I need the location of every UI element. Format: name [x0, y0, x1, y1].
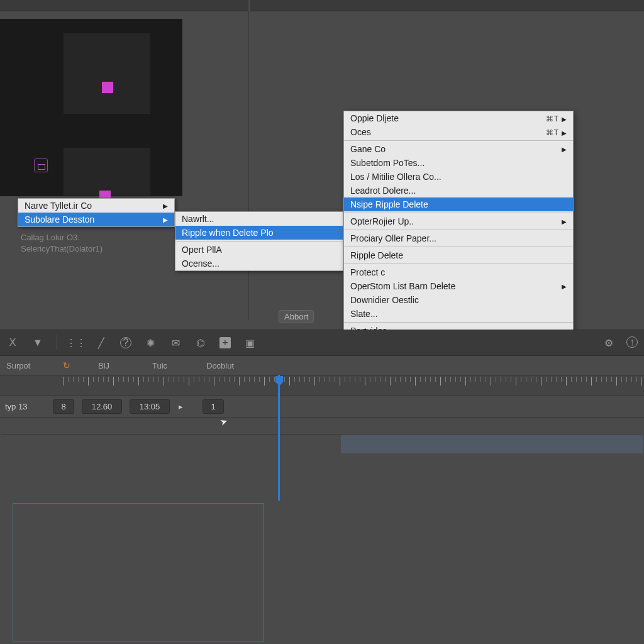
- row-value[interactable]: 8: [53, 399, 74, 414]
- clip-region[interactable]: [341, 435, 643, 453]
- tool-icon[interactable]: [34, 158, 48, 172]
- help-icon[interactable]: ?: [120, 337, 131, 348]
- playhead[interactable]: [278, 375, 280, 501]
- selection-marker: [99, 191, 111, 198]
- slash-icon[interactable]: ╱: [95, 336, 108, 349]
- menu-item[interactable]: Oppie Dljete⌘T ▶: [344, 111, 573, 125]
- timeline-ruler[interactable]: [0, 375, 644, 396]
- separator: [57, 335, 57, 350]
- grid-block: [63, 33, 151, 114]
- menu-separator: [344, 140, 573, 141]
- loop-icon[interactable]: ↻: [57, 360, 92, 370]
- menu-item[interactable]: Protect c: [344, 265, 573, 279]
- menu-item-label: Protect c: [350, 267, 385, 277]
- menu-item-label: Leadrot Dolere...: [350, 186, 416, 196]
- menu-item[interactable]: OperStom List Barn Delete▶: [344, 279, 573, 293]
- viewer-canvas[interactable]: [0, 19, 182, 196]
- timeline-row[interactable]: typ 13 8 12.60 13:05 ▸ 1: [0, 396, 644, 418]
- menu-item-label: Narve Tyllet.ir Co: [25, 201, 92, 211]
- row-value[interactable]: 1: [203, 399, 224, 414]
- close-icon[interactable]: X: [6, 336, 19, 349]
- menu-item[interactable]: Ocense...: [175, 257, 343, 270]
- col-header: Surpot: [0, 361, 57, 370]
- menu-item-label: Nsipe Ripple Delete: [350, 199, 428, 209]
- menu-item-highlighted[interactable]: Nsipe Ripple Delete: [344, 197, 573, 211]
- menu-separator: [344, 247, 573, 247]
- menu-item-label: OpterRojier Up..: [350, 216, 414, 226]
- grid-block: [63, 147, 151, 196]
- menu-item[interactable]: Oces⌘T ▶: [344, 125, 573, 139]
- menu-item-label: Subetdom PoTes...: [350, 158, 425, 168]
- menu-item-label: Gane Co: [350, 144, 386, 154]
- bug-icon[interactable]: ⌬: [194, 336, 207, 349]
- submenu-arrow-icon: ▶: [562, 283, 567, 290]
- tab-strip-right: [250, 0, 644, 11]
- menu-item-label: Nawrlt...: [182, 214, 214, 224]
- menu-item-label: Oces: [350, 127, 371, 137]
- menu-item[interactable]: Gane Co▶: [344, 142, 573, 156]
- shortcut-label: ⌘T: [546, 128, 559, 137]
- menu-item-label: Ocense...: [182, 258, 219, 269]
- menu-separator: [344, 230, 573, 230]
- menu-item-label: Subolare Desston: [25, 214, 94, 225]
- menu-item[interactable]: Prociary Oller Paper...: [344, 231, 573, 245]
- status-text: Callag Lolur O3.: [21, 233, 80, 242]
- tab-strip-left: [0, 0, 248, 11]
- submenu-arrow-icon: ▶: [163, 203, 168, 209]
- menu-item-highlighted[interactable]: Ripple when Delete Plo: [175, 226, 343, 240]
- menu-item[interactable]: Los / Mitilie Ollera Co...: [344, 170, 573, 184]
- submenu-arrow-icon: ▶: [562, 130, 567, 136]
- menu-item-label: Ripple when Delete Plo: [182, 228, 274, 238]
- menu-item-label: Opert PllA: [182, 245, 222, 255]
- gear-icon[interactable]: ⚙: [602, 336, 615, 349]
- selection-box: [13, 503, 264, 641]
- row-value[interactable]: 12.60: [82, 399, 122, 414]
- toolbar: X ▼ ⋮⋮ ╱ ? ✺ ✉ ⌬ + ▣ ⚙ ↑: [0, 330, 644, 356]
- abort-button[interactable]: Abbort: [279, 310, 314, 323]
- row-value: ▸: [174, 402, 199, 411]
- menu-item[interactable]: Ripple Delete: [344, 248, 573, 262]
- dropdown-icon[interactable]: ▼: [31, 336, 44, 349]
- timeline-header: Surpot ↻ BlJ Tulc Docblut: [0, 356, 644, 375]
- submenu-arrow-icon: ▶: [562, 146, 567, 153]
- context-menu-1[interactable]: Narve Tyllet.ir Co ▶ Subolare Desston ▶: [18, 198, 175, 227]
- menu-item[interactable]: Subetdom PoTes...: [344, 156, 573, 170]
- add-icon[interactable]: +: [219, 337, 231, 348]
- menu-item-label: Oppie Dljete: [350, 113, 399, 123]
- menu-item[interactable]: Nawrlt...: [175, 212, 343, 226]
- menu-separator: [344, 213, 573, 213]
- menu-item[interactable]: Slate...: [344, 307, 573, 321]
- menu-separator: [175, 241, 343, 242]
- shortcut-label: ⌘T: [546, 114, 559, 123]
- menu-item-label: Slate...: [350, 309, 378, 319]
- menu-item[interactable]: OpterRojier Up..▶: [344, 214, 573, 228]
- col-header: Docblut: [200, 361, 263, 370]
- submenu-arrow-icon: ▶: [562, 116, 567, 123]
- status-text: SelericyThat(Doiator1): [21, 244, 103, 253]
- menu-item[interactable]: Narve Tyllet.ir Co ▶: [18, 199, 174, 213]
- mail-icon[interactable]: ✉: [169, 336, 182, 349]
- menu-separator: [344, 264, 573, 264]
- menu-item-label: Prociary Oller Paper...: [350, 233, 436, 243]
- grip-icon[interactable]: ⋮⋮: [70, 336, 82, 349]
- submenu-arrow-icon: ▶: [163, 216, 168, 223]
- image-icon[interactable]: ▣: [243, 336, 256, 349]
- menu-item-label: OperStom List Barn Delete: [350, 281, 455, 291]
- row-name: typ 13: [0, 402, 49, 411]
- track-area[interactable]: [1, 434, 643, 472]
- menu-item-label: Los / Mitilie Ollera Co...: [350, 172, 441, 182]
- menu-item[interactable]: Downidier Oestlic: [344, 293, 573, 307]
- menu-item[interactable]: Opert PllA: [175, 243, 343, 257]
- menu-item[interactable]: Leadrot Dolere...: [344, 184, 573, 197]
- context-menu-2[interactable]: Nawrlt... Ripple when Delete Plo Opert P…: [175, 211, 343, 271]
- menu-item-label: Ripple Delete: [350, 250, 403, 260]
- menu-item-label: Downidier Oestlic: [350, 295, 419, 305]
- col-header: Tulc: [146, 361, 200, 370]
- col-header: BlJ: [92, 361, 146, 370]
- selection-marker[interactable]: [102, 82, 113, 93]
- menu-item-highlighted[interactable]: Subolare Desston ▶: [18, 213, 174, 226]
- row-value[interactable]: 13:05: [130, 399, 170, 414]
- upload-icon[interactable]: ↑: [626, 336, 638, 348]
- viewer-panel: [0, 11, 248, 319]
- flame-icon[interactable]: ✺: [144, 336, 157, 349]
